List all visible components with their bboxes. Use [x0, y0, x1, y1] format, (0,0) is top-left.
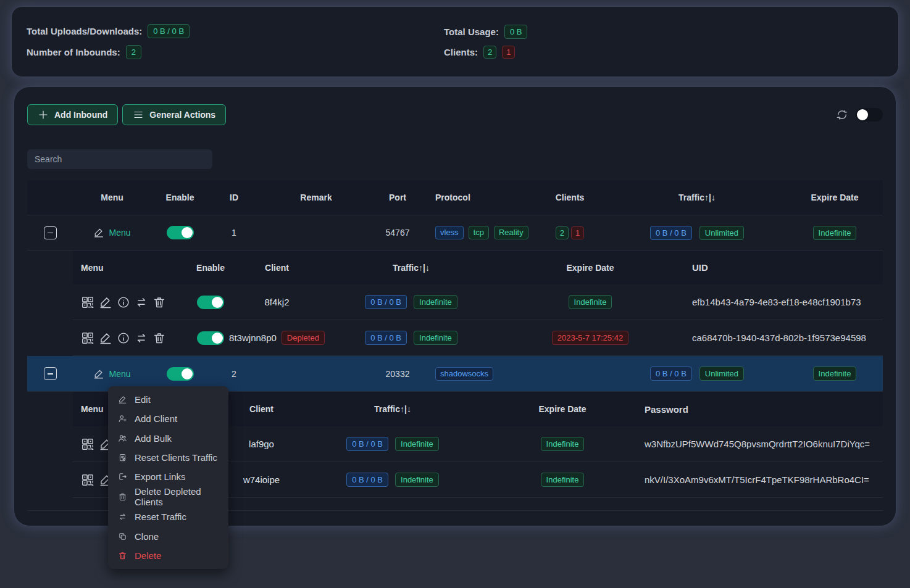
number-of-inbounds-value: 2: [126, 45, 141, 59]
client-limit-badge: Indefinite: [395, 437, 439, 451]
inbound-menu-button[interactable]: Menu: [93, 368, 130, 379]
info-icon[interactable]: [117, 296, 130, 309]
qr-code-icon[interactable]: [81, 473, 94, 487]
context-menu-label: Delete: [135, 550, 161, 561]
info-icon[interactable]: [117, 331, 130, 345]
reset-traffic-icon: [118, 512, 127, 521]
number-of-inbounds-row: Number of Inbounds: 2: [27, 45, 444, 59]
context-menu-item-delete[interactable]: Delete: [108, 546, 228, 565]
total-uploads-downloads-value: 0 B / 0 B: [148, 24, 190, 38]
context-menu-item-edit[interactable]: Edit: [108, 390, 228, 409]
total-usage-row: Total Usage: 0 B: [444, 25, 527, 39]
edit-pencil-icon[interactable]: [99, 331, 112, 345]
delete-client-icon[interactable]: [152, 296, 166, 309]
inbound-enable-toggle[interactable]: [167, 226, 194, 239]
inbound-clients-active-badge: 2: [556, 226, 569, 239]
total-usage-label: Total Usage:: [444, 27, 499, 37]
header-remark: Remark: [259, 180, 374, 215]
general-actions-button[interactable]: General Actions: [122, 104, 226, 125]
context-menu-item-delete-depleted-clients[interactable]: Delete Depleted Clients: [108, 486, 228, 507]
inbound-context-menu: Edit Add Client Add Bulk Reset Clients T…: [108, 386, 228, 569]
clients-header-traffic[interactable]: Traffic↑|↓: [322, 251, 501, 284]
clients-header-row: Menu Enable Client Traffic↑|↓ Expire Dat…: [73, 251, 883, 284]
inbound-port: 20332: [374, 356, 422, 391]
context-menu-item-export-links[interactable]: Export Links: [108, 467, 228, 486]
clients-count-row: Clients: 2 1: [444, 46, 527, 59]
context-menu-label: Edit: [135, 394, 151, 405]
inbound-total-badge: Unlimited: [699, 226, 744, 240]
client-limit-badge: Indefinite: [414, 295, 457, 309]
toggle-knob: [212, 297, 223, 308]
collapse-row-button[interactable]: [44, 226, 57, 239]
reset-traffic-icon[interactable]: [135, 331, 148, 345]
context-menu-item-add-bulk[interactable]: Add Bulk: [108, 429, 228, 448]
context-menu-item-clone[interactable]: Clone: [108, 527, 228, 546]
qr-code-icon[interactable]: [81, 437, 94, 451]
header-expand: [27, 180, 73, 215]
protocol-tag-shadowsocks: shadowsocks: [435, 367, 493, 381]
plus-icon: [38, 109, 49, 120]
collapse-row-button[interactable]: [44, 367, 57, 380]
client-traffic-badge: 0 B / 0 B: [346, 473, 388, 487]
clients-header-traffic[interactable]: Traffic↑|↓: [303, 392, 482, 426]
context-menu-label: Reset Traffic: [135, 511, 186, 522]
stats-right-column: Total Usage: 0 B Clients: 2 1: [444, 25, 527, 59]
header-traffic[interactable]: Traffic↑|↓: [607, 180, 787, 215]
context-menu-label: Export Links: [135, 471, 186, 482]
client-actions: [81, 296, 166, 309]
delete-depleted-clients-icon: [118, 492, 127, 502]
number-of-inbounds-label: Number of Inbounds:: [27, 47, 120, 57]
total-uploads-downloads-label: Total Uploads/Downloads:: [27, 26, 142, 36]
client-password: nkV/I/3XoAm9v6xMT/T5IcrF4TpeTKF98rHARbRo…: [643, 462, 883, 497]
client-row-8t3wjnn8p0: 8t3wjnn8p0 Depleted 0 B / 0 B Indefinite…: [73, 320, 883, 356]
inbound-menu-button[interactable]: Menu: [93, 227, 130, 238]
stats-card: Total Uploads/Downloads: 0 B / 0 B Numbe…: [11, 6, 899, 77]
add-client-icon: [118, 414, 127, 423]
add-bulk-icon: [118, 434, 127, 443]
client-name: 8f4kj2: [264, 297, 289, 307]
client-expire-badge: Indefinite: [541, 437, 585, 451]
add-inbound-button[interactable]: Add Inbound: [27, 104, 118, 125]
client-limit-badge: Indefinite: [414, 331, 457, 345]
inbound-expire-badge: Indefinite: [813, 226, 857, 240]
qr-code-icon[interactable]: [81, 331, 94, 345]
client-expire-badge: Indefinite: [569, 295, 612, 309]
delete-client-icon[interactable]: [152, 331, 166, 345]
inbound-enable-toggle[interactable]: [167, 367, 194, 381]
clients-header-uid: UID: [680, 251, 883, 284]
depleted-filter-toggle[interactable]: [856, 108, 883, 122]
client-enable-toggle[interactable]: [197, 296, 224, 309]
header-enable: Enable: [151, 180, 209, 215]
clone-icon: [118, 532, 127, 541]
client-enable-toggle[interactable]: [197, 331, 224, 345]
protocol-tag-vless: vless: [435, 226, 464, 239]
inbounds-page: Total Uploads/Downloads: 0 B / 0 B Numbe…: [0, 0, 910, 588]
clients-header-client: Client: [220, 392, 303, 426]
client-row-8f4kj2: 8f4kj2 0 B / 0 B Indefinite Indefinite e…: [73, 284, 883, 320]
reset-traffic-icon[interactable]: [135, 296, 148, 309]
clients-header-enable: Enable: [189, 251, 232, 284]
edit-pencil-icon[interactable]: [99, 296, 112, 309]
qr-code-icon[interactable]: [81, 296, 94, 309]
context-menu-label: Delete Depleted Clients: [135, 486, 219, 507]
total-uploads-downloads-row: Total Uploads/Downloads: 0 B / 0 B: [27, 24, 444, 38]
client-expire-badge: Indefinite: [541, 473, 585, 487]
protocol-tag-tcp: tcp: [469, 226, 489, 239]
edit-pencil-icon: [93, 227, 104, 238]
toolbar: Add Inbound General Actions: [27, 104, 883, 125]
refresh-icon[interactable]: [836, 109, 848, 121]
inbound-menu-label: Menu: [109, 369, 130, 379]
client-name: w74ioipe: [243, 474, 280, 485]
context-menu-item-add-client[interactable]: Add Client: [108, 409, 228, 428]
depleted-badge: Depleted: [282, 331, 325, 345]
stats-left-column: Total Uploads/Downloads: 0 B / 0 B Numbe…: [12, 24, 444, 59]
header-id: ID: [209, 180, 259, 215]
search-input[interactable]: [27, 149, 212, 169]
context-menu-item-reset-traffic[interactable]: Reset Traffic: [108, 507, 228, 526]
client-expire-badge: 2023-5-7 17:25:42: [552, 331, 628, 345]
clients-header-password: Password: [643, 392, 883, 426]
context-menu-item-reset-clients-traffic[interactable]: Reset Clients Traffic: [108, 448, 228, 467]
clients-active-badge: 2: [483, 46, 496, 59]
clients-header-client: Client: [232, 251, 322, 284]
edit-icon: [118, 395, 127, 404]
